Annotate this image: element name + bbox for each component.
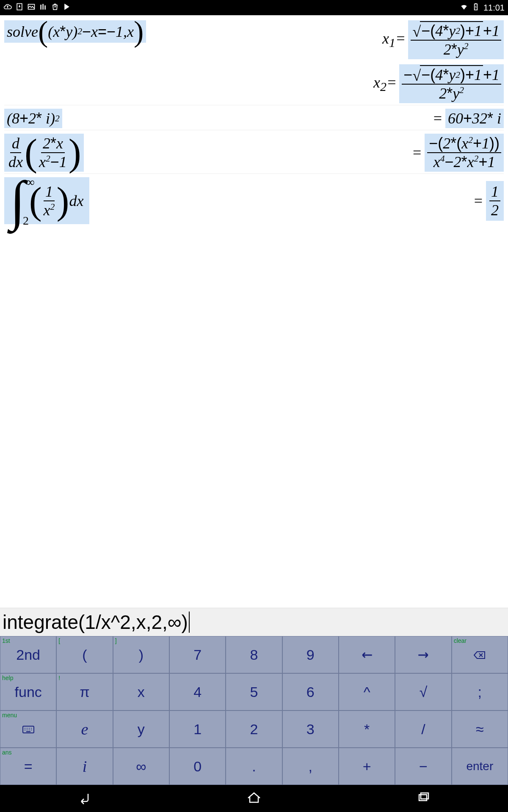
keyboard-icon [22,721,34,738]
svg-rect-16 [26,731,30,732]
svg-point-13 [27,730,28,730]
history-output: 60+32* i [445,109,504,128]
key-equals[interactable]: ans= [0,748,56,785]
key-0[interactable]: 0 [170,748,225,785]
key-9[interactable]: 9 [283,636,338,673]
history-entry[interactable]: solve((x*y)2−x=−1,x) x1= √−(4*y2)+1+1 2*… [4,20,504,105]
key-divide[interactable]: / [395,711,451,747]
recent-apps-button[interactable] [415,790,432,807]
history-input: solve((x*y)2−x=−1,x) [4,20,146,43]
key-infinity[interactable]: ∞ [113,748,169,785]
key-keyboard-toggle[interactable]: menu [0,711,56,747]
status-time: 11:01 [483,3,505,13]
svg-rect-4 [44,5,46,9]
key-3[interactable]: 3 [283,711,338,747]
history-output: 12 [486,181,504,221]
svg-rect-3 [42,4,44,9]
svg-point-11 [31,728,32,729]
svg-rect-17 [419,795,427,801]
key-paren-open[interactable]: [( [57,636,112,673]
expression-input[interactable]: integrate(1/x^2,x,2,∞) [0,608,508,636]
home-button[interactable] [246,790,262,807]
solution-label: x1= [382,30,406,50]
svg-rect-18 [421,793,428,799]
battery-charging-icon [472,3,480,13]
key-7[interactable]: 7 [170,636,225,673]
wifi-icon [460,3,468,13]
key-func[interactable]: helpfunc [0,674,56,710]
key-8[interactable]: 8 [226,636,282,673]
key-e[interactable]: e [57,711,112,747]
shopping-icon [51,3,59,13]
key-semicolon[interactable]: ; [452,674,508,710]
svg-rect-6 [475,3,476,4]
key-cursor-right[interactable] [395,636,451,673]
svg-point-12 [25,730,25,730]
history-input: ∫∞2 (1x2)dx [4,177,89,224]
key-sqrt[interactable]: √ [395,674,451,710]
key-minus[interactable]: − [395,748,451,785]
svg-point-9 [27,728,28,729]
history-panel: solve((x*y)2−x=−1,x) x1= √−(4*y2)+1+1 2*… [0,15,508,608]
key-cursor-left[interactable] [339,636,395,673]
play-store-icon [63,3,71,13]
expression-text: integrate(1/x^2,x,2,∞) [3,611,188,634]
key-enter[interactable]: enter [452,748,508,785]
solution-label: x2= [373,74,397,94]
key-1[interactable]: 1 [170,711,225,747]
keyboard: 1st2nd [( ]) 7 8 9 clear helpfunc !π x 4… [0,636,508,785]
history-input: (8+2* i)2 [4,109,62,128]
key-x[interactable]: x [113,674,169,710]
key-4[interactable]: 4 [170,674,225,710]
bars-icon [39,3,47,13]
history-input: ddx(2*xx2−1) [4,134,84,172]
key-i[interactable]: i [57,748,112,785]
key-6[interactable]: 6 [283,674,338,710]
image-icon [27,3,36,13]
key-approx[interactable]: ≈ [452,711,508,747]
key-comma[interactable]: , [283,748,338,785]
cloud-upload-icon [3,3,12,13]
key-dot[interactable]: . [226,748,282,785]
svg-point-14 [29,730,30,730]
arrow-right-icon [417,647,429,663]
key-multiply[interactable]: * [339,711,395,747]
backspace-icon [474,647,486,663]
key-y[interactable]: y [113,711,169,747]
history-entry[interactable]: ddx(2*xx2−1) = −(2*(x2+1)) x4−2*x2+1 [4,134,504,174]
key-plus[interactable]: + [339,748,395,785]
key-power[interactable]: ^ [339,674,395,710]
android-navbar [0,785,508,812]
key-2[interactable]: 2 [226,711,282,747]
history-output: −√−(4*y2)+1+1 2*y2 [399,64,504,103]
status-bar: 11:01 [0,0,508,15]
history-output: √−(4*y2)+1+1 2*y2 [408,20,504,59]
back-button[interactable] [76,790,93,807]
cursor-icon [189,612,190,633]
svg-point-10 [29,728,30,729]
history-output: −(2*(x2+1)) x4−2*x2+1 [425,134,504,172]
arrow-left-icon [361,647,373,663]
svg-rect-2 [40,5,41,10]
history-entry[interactable]: ∫∞2 (1x2)dx = 12 [4,177,504,226]
key-paren-close[interactable]: ]) [113,636,169,673]
key-pi[interactable]: !π [57,674,112,710]
svg-point-15 [31,730,32,730]
key-2nd[interactable]: 1st2nd [0,636,56,673]
key-5[interactable]: 5 [226,674,282,710]
history-entry[interactable]: (8+2* i)2 = 60+32* i [4,109,504,130]
download-icon [15,3,24,13]
svg-point-8 [25,728,25,729]
key-backspace[interactable]: clear [452,636,508,673]
